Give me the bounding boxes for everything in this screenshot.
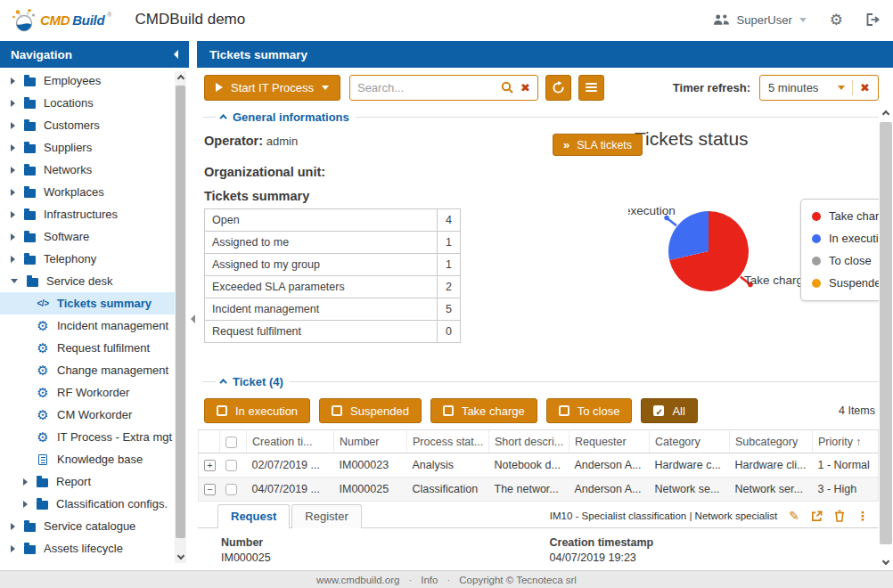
- column-header-number[interactable]: Number: [334, 430, 407, 453]
- column-header-category[interactable]: Category: [650, 430, 730, 453]
- cmdbuild-logo[interactable]: CMDBuild®: [11, 6, 111, 33]
- settings-gear-icon[interactable]: ⚙: [830, 12, 843, 28]
- sidebar-scrollbar-thumb[interactable]: [176, 86, 185, 538]
- sidebar-item-classification-configs[interactable]: Classification configs.: [0, 493, 175, 515]
- sidebar-item-locations[interactable]: Locations: [0, 92, 175, 114]
- column-header-creation-ti[interactable]: Creation ti...: [247, 430, 334, 453]
- sidebar-item-knowledge-base[interactable]: Knowledge base: [0, 448, 175, 470]
- sidebar-item-service-catalogue[interactable]: Service catalogue: [0, 515, 175, 537]
- sidebar-item-it-process-extra-mgt[interactable]: ⚙IT Process - Extra mgt: [0, 426, 175, 448]
- summary-row-assigned-to-my-group[interactable]: Assigned to my group1: [205, 254, 461, 276]
- select-caret-icon[interactable]: [838, 86, 845, 90]
- sidebar-item-software[interactable]: Software: [0, 225, 175, 248]
- table-cell: Anderson A...: [569, 453, 650, 478]
- row-checkbox[interactable]: [225, 484, 237, 495]
- caret-right-icon: [11, 211, 15, 218]
- search-input[interactable]: [357, 81, 494, 94]
- user-menu[interactable]: SuperUser: [713, 13, 807, 27]
- legend-dot: [812, 279, 821, 288]
- timer-refresh-select[interactable]: 5 minutes ✖: [759, 75, 879, 101]
- filter-button-suspended[interactable]: Suspended: [319, 398, 422, 423]
- logout-icon[interactable]: [866, 13, 881, 26]
- row-checkbox[interactable]: [225, 460, 237, 471]
- scroll-down-icon[interactable]: [882, 558, 889, 565]
- folder-icon: [22, 185, 37, 200]
- tab-request[interactable]: Request: [217, 504, 290, 528]
- sidebar-resize-divider[interactable]: [189, 68, 197, 570]
- sidebar-item-request-fulfilment[interactable]: ⚙Request fulfilment: [0, 337, 175, 359]
- sidebar-item-change-management[interactable]: ⚙Change management: [0, 359, 175, 381]
- sidebar-item-tickets-summary[interactable]: </>Tickets summary: [0, 292, 175, 314]
- clear-search-icon[interactable]: ✖: [520, 82, 530, 94]
- scroll-up-icon[interactable]: [176, 75, 184, 82]
- sla-tickets-label: SLA tickets: [577, 139, 632, 151]
- footer-link-www-cmdbuild-org[interactable]: www.cmdbuild.org: [316, 575, 399, 585]
- sidebar-item-employees[interactable]: Employees: [0, 69, 175, 92]
- footer-link-info[interactable]: Info: [421, 575, 438, 585]
- search-icon[interactable]: [501, 81, 513, 94]
- filter-button-all[interactable]: ✓All: [641, 398, 697, 423]
- collapse-up-icon[interactable]: [219, 379, 226, 386]
- sidebar-item-workplaces[interactable]: Workplaces: [0, 181, 175, 203]
- open-external-icon[interactable]: [811, 510, 823, 522]
- filter-button-in-execution[interactable]: In execution: [204, 398, 310, 423]
- table-row[interactable]: +02/07/2019 ...IM000023AnalysisNotebook …: [199, 453, 879, 478]
- column-header-requester[interactable]: Requester: [569, 430, 650, 453]
- filter-button-take-charge[interactable]: Take charge: [430, 398, 537, 423]
- table-row[interactable]: −04/07/2019 ...IM000025ClassificationThe…: [199, 478, 879, 502]
- select-all-checkbox[interactable]: [225, 437, 237, 448]
- tab-register[interactable]: Register: [291, 504, 361, 528]
- detail-field-value: 04/07/2019 19:23: [550, 551, 879, 564]
- sidebar-item-cm-workorder[interactable]: ⚙CM Workorder: [0, 404, 175, 426]
- navigation-title: Navigation: [11, 48, 72, 61]
- content-scrollbar[interactable]: [879, 107, 893, 568]
- refresh-button[interactable]: [545, 75, 571, 101]
- caret-down-icon: [322, 86, 329, 90]
- menu-button[interactable]: [578, 75, 604, 101]
- summary-row-open[interactable]: Open4: [205, 209, 461, 232]
- chart-title: Tickets status: [635, 128, 749, 150]
- code-icon: </>: [36, 297, 50, 311]
- collapse-left-icon[interactable]: [174, 50, 178, 59]
- table-cell: Classification: [407, 478, 489, 502]
- summary-row-request-fulfilment[interactable]: Request fulfilment0: [205, 321, 461, 343]
- general-info-legend[interactable]: General informations: [216, 110, 356, 123]
- operator-value: admin: [266, 135, 298, 148]
- column-header-short-descri[interactable]: Short descri...: [489, 430, 569, 453]
- content-scrollbar-thumb[interactable]: [880, 122, 892, 544]
- sidebar-item-assets-lifecycle[interactable]: Assets lifecycle: [0, 537, 175, 559]
- sidebar-item-report[interactable]: Report: [0, 470, 175, 493]
- scroll-up-icon[interactable]: [882, 110, 889, 118]
- column-header-process-stat[interactable]: Process stat...: [407, 430, 489, 453]
- summary-row-assigned-to-me[interactable]: Assigned to me1: [205, 232, 461, 254]
- sidebar-item-service-desk[interactable]: Service desk: [0, 270, 175, 292]
- summary-row-exceeded-sla-parameters[interactable]: Exceeded SLA parameters2: [205, 276, 461, 298]
- sidebar-item-rf-workorder[interactable]: ⚙RF Workorder: [0, 381, 175, 404]
- sidebar-item-suppliers[interactable]: Suppliers: [0, 136, 175, 159]
- edit-pencil-icon[interactable]: ✎: [789, 510, 799, 522]
- column-header-priority[interactable]: Priority ↑: [813, 430, 879, 453]
- kebab-menu-icon[interactable]: ⋮: [856, 510, 869, 522]
- collapse-up-icon[interactable]: [219, 114, 226, 121]
- ticket-legend[interactable]: Ticket (4): [216, 375, 290, 388]
- summary-row-incident-management[interactable]: Incident management5: [205, 298, 461, 321]
- row-expand-icon[interactable]: +: [204, 460, 216, 471]
- sidebar-scrollbar[interactable]: [175, 71, 186, 563]
- users-icon: [713, 13, 730, 26]
- sidebar-collapse-handle-icon[interactable]: [191, 314, 195, 323]
- clear-timer-icon[interactable]: ✖: [860, 82, 870, 94]
- start-process-button[interactable]: Start IT Process: [204, 75, 340, 101]
- row-collapse-icon[interactable]: −: [204, 484, 216, 495]
- scroll-down-icon[interactable]: [176, 552, 184, 559]
- sidebar-item-telephony[interactable]: Telephony: [0, 248, 175, 270]
- sidebar-item-customers[interactable]: Customers: [0, 114, 175, 136]
- delete-trash-icon[interactable]: [834, 510, 845, 522]
- caret-right-icon: [23, 501, 28, 508]
- filter-button-to-close[interactable]: To close: [546, 398, 633, 423]
- folder-icon: [25, 274, 39, 289]
- column-header-subcategory[interactable]: Subcategory: [730, 430, 813, 453]
- sidebar-item-networks[interactable]: Networks: [0, 159, 175, 181]
- sidebar-item-incident-management[interactable]: ⚙Incident management: [0, 314, 175, 337]
- sidebar-item-infrastructures[interactable]: Infrastructures: [0, 203, 175, 225]
- sla-tickets-button[interactable]: » SLA tickets: [553, 134, 643, 156]
